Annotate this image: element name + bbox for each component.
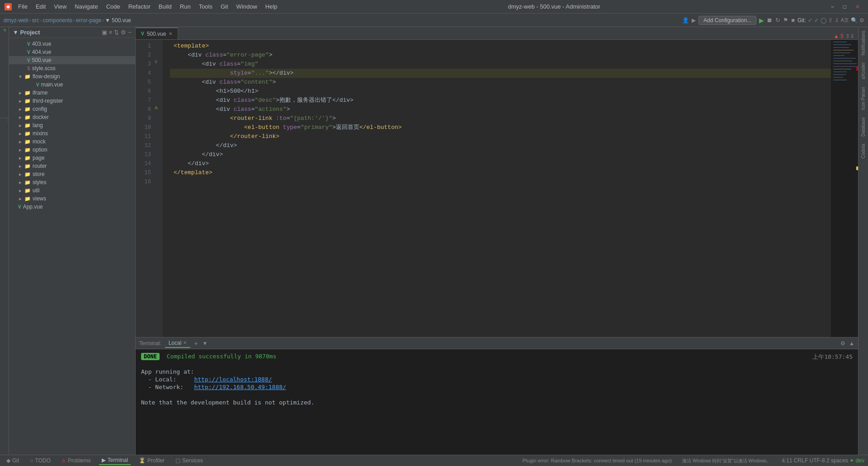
editor-wrapper: V 500.vue ✕ ▲ 5 ⇧ ⇩ 1 [136,27,858,337]
tree-item-style[interactable]: S style.scss [9,64,135,72]
minimize-button[interactable]: − [827,3,838,11]
add-config-button[interactable]: Add Configuration... [698,16,756,25]
axcoder-icon[interactable]: aXcoder [861,62,866,79]
nav-up[interactable]: ⇧ [845,33,850,39]
tab-close-button[interactable]: ✕ [169,31,172,36]
editor-tab-500[interactable]: V 500.vue ✕ [136,28,178,39]
sort-icon[interactable]: ⇅ [114,29,119,36]
translate-icon[interactable]: A文 [841,17,849,24]
tree-item-page[interactable]: ► 📁 page [9,154,135,162]
menu-help[interactable]: Help [262,2,281,11]
terminal-blank-2 [141,391,853,398]
tree-item-option[interactable]: ► 📁 option [9,146,135,154]
tree-item-flow-design[interactable]: ▼ 📁 flow-design [9,72,135,81]
reload-icon[interactable]: ↻ [775,17,780,24]
stop-icon[interactable]: ■ [791,17,795,24]
code-line-12: </div> [170,141,831,150]
menu-refactor[interactable]: Refactor [125,2,154,11]
menu-run[interactable]: Run [176,2,194,11]
git-push[interactable]: ⇧ [828,17,833,24]
run-button[interactable]: ▶ [759,17,764,24]
status-info: Plugin error: Rainbow Brackets: connect … [523,457,864,464]
terminal-maximize[interactable]: ▲ [849,340,854,347]
terminal-tab-close[interactable]: ✕ [183,340,187,345]
tree-item-views[interactable]: ► 📁 views [9,195,135,203]
svg-rect-17 [856,166,858,170]
network-url[interactable]: http://192.168.50.49:1888/ [194,384,286,390]
menu-window[interactable]: Window [233,2,261,11]
done-badge: DONE [141,353,160,360]
git-pull[interactable]: ⇩ [835,17,839,24]
tree-item-app-vue[interactable]: V App.vue [9,203,135,211]
code-line-8: <div class="actions"> [170,105,831,114]
tree-item-mixins[interactable]: ► 📁 mixins [9,129,135,138]
tree-item-404[interactable]: V 404.vue [9,48,135,56]
menu-git[interactable]: Git [217,2,232,11]
tree-item-403[interactable]: V 403.vue [9,40,135,48]
tree-item-500[interactable]: V 500.vue [9,56,135,64]
project-dropdown[interactable]: ▼ Project [13,29,40,36]
tree-item-lang[interactable]: ► 📁 lang [9,121,135,129]
tree-item-styles[interactable]: ► 📁 styles [9,178,135,186]
tree-item-iframe[interactable]: ► 📁 iframe [9,89,135,97]
menu-tools[interactable]: Tools [195,2,216,11]
bottom-tab-services[interactable]: ▢ Services [173,456,206,465]
close-button[interactable]: ✕ [852,3,863,11]
git-check-2[interactable]: ✓ [814,17,819,24]
terminal-tab-local[interactable]: Local ✕ [165,339,191,348]
tree-item-store[interactable]: ► 📁 store [9,170,135,178]
tree-item-main-vue[interactable]: V main.vue [9,81,135,89]
close-panel-icon[interactable]: − [128,29,132,36]
settings-icon-sidebar[interactable]: ⚙ [121,29,126,36]
local-url[interactable]: http://localhost:1888/ [194,376,272,383]
breadcrumb-error-page[interactable]: error-page [76,17,101,24]
breadcrumb-src[interactable]: src [32,17,39,24]
terminal-settings[interactable]: ⚙ [840,340,845,347]
nav-icon-2[interactable]: ▶ [692,17,696,24]
maximize-button[interactable]: □ [840,3,850,11]
menu-code[interactable]: Code [103,2,124,11]
arrow-router: ► [18,164,24,169]
breadcrumb-components[interactable]: components [43,17,72,24]
bottom-tab-todo[interactable]: ○ TODO [27,456,53,465]
menu-navigate[interactable]: Navigate [71,2,101,11]
tree-item-util[interactable]: ► 📁 util [9,186,135,195]
folder-icon-util: 📁 [24,188,31,194]
code-line-2: <div class="error-page"> [170,51,831,60]
menu-build[interactable]: Build [155,2,175,11]
nav-down[interactable]: ⇩ [850,33,854,39]
terminal-dropdown[interactable]: ▼ [203,340,208,347]
settings-icon[interactable]: ⚙ [859,17,864,24]
tree-item-third-register[interactable]: ► 📁 third-register [9,97,135,105]
database-icon[interactable]: Database [861,117,866,137]
menu-edit[interactable]: Edit [32,2,49,11]
bottom-tab-profiler[interactable]: ⏳ Profiler [136,456,167,465]
menu-file[interactable]: File [14,2,31,11]
tree-item-docker[interactable]: ► 📁 docker [9,113,135,121]
nav-icon-1[interactable]: 👤 [682,17,689,24]
tree-item-router[interactable]: ► 📁 router [9,162,135,170]
terminal-add-button[interactable]: + [194,340,198,347]
git-clock[interactable]: ◯ [821,17,826,24]
bottom-tab-terminal[interactable]: ▶ Terminal [99,456,131,465]
tree-item-config[interactable]: ► 📁 config [9,105,135,113]
breadcrumb-project[interactable]: dmyz-web [4,17,28,24]
git-check-1[interactable]: ✓ [808,17,812,24]
scope-icon[interactable]: ▣ [102,29,107,36]
codota-icon[interactable]: Codota [861,144,866,158]
terminal-note: Note that the development build is not o… [141,399,853,406]
icon-parser-icon[interactable]: Icon Parser [861,87,866,110]
fold-icon-2[interactable]: ▽ [155,58,157,67]
tree-item-mock[interactable]: ► 📁 mock [9,138,135,146]
menu-view[interactable]: View [50,2,70,11]
build-icon[interactable]: ⏹ [767,17,773,24]
bottom-tab-git[interactable]: ◆ Git [4,456,22,465]
collapse-icon[interactable]: ≡ [109,29,113,36]
debug-icon[interactable]: ⚑ [783,17,788,24]
git-branch[interactable]: ✦ dev [849,457,864,464]
code-content[interactable]: <template> <div class="error-page"> <div… [170,40,831,337]
bottom-tab-problems[interactable]: ⚠ Problems [59,456,94,465]
notifications-icon[interactable]: Notifications [861,31,866,55]
project-icon[interactable]: P [2,29,7,32]
search-icon[interactable]: 🔍 [851,17,858,24]
